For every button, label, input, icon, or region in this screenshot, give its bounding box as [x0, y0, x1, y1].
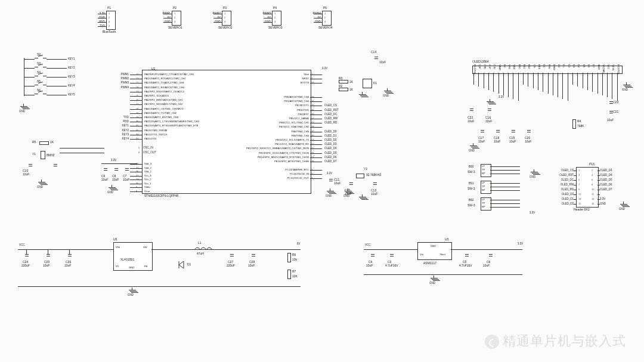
pin5: 5: [138, 146, 140, 149]
mcu-lpin10: PA10/USART1_RX/TIM1_CH3: [144, 116, 178, 119]
mcu-rpin7: PB7/I2C1_SDA/TIM4_CH2: [241, 125, 309, 128]
p13-ln6: 13: [578, 197, 581, 200]
u5-gnd: GND: [129, 266, 134, 269]
C24-val: 220uF: [21, 264, 30, 267]
l1-inductor: [194, 246, 212, 250]
mcu-rnet6: OLED_RD: [324, 121, 337, 124]
gnd-buck: GND: [128, 293, 134, 296]
mcu-lnet14: KEY3: [117, 133, 129, 136]
mcu-lpin4: PA4/SPI1_NSS/USART2_CK/ADC4: [144, 90, 184, 93]
cap-C18: [496, 130, 500, 135]
mcu-rnet5: OLED_RW: [324, 117, 338, 120]
gnd-icon: [384, 88, 391, 93]
cap-C17: [481, 130, 484, 135]
mcu-rpin14: PB14/SPI2_MISO/USART3_RTS/TIM1_CH2N: [241, 156, 309, 159]
conn-P5-name: SEVERO4: [318, 26, 333, 29]
mcu-lnet11: RXD: [117, 120, 129, 123]
cap-C7-val: 10uF: [123, 178, 129, 181]
sw-S2-ref: S2: [37, 52, 41, 56]
c15: [349, 182, 353, 187]
mcu-rnet10: OLED_D2: [324, 138, 337, 141]
k1-ref: K1: [373, 81, 377, 85]
mcu-rnet13: OLED_D5: [324, 151, 337, 154]
oled-3v3: 3.3V: [499, 95, 504, 98]
mcu-rpin15: PB15/SPI2_MOSI/TIM1_CH3N: [241, 160, 309, 163]
mcu-lpin6: PA6/SPI1_MISO/ADC6/TIM3_CH1: [144, 98, 183, 101]
mcu-lpin3: PA3/USART2_RX/ADC3/TIM2_CH4: [144, 86, 184, 89]
mcu-rnet3: OLED_RST: [324, 109, 339, 112]
c22-val: 10uF: [467, 119, 474, 123]
c14-ref: C14: [371, 50, 376, 54]
u3-part: ASM1117: [423, 261, 436, 265]
cap-C27: [230, 254, 234, 259]
cap-C26: [68, 254, 72, 259]
bs2-p0: LP: [482, 198, 485, 201]
r7-val: 10K: [292, 274, 298, 278]
watermark-text: 精通单片机与嵌入式: [503, 333, 626, 348]
cap-C8-val: 10uF: [112, 178, 119, 181]
p13-rn5: 12: [592, 193, 594, 196]
mcu-lpin8: PA8/USART1_CK/TIM1_CH1/MCO: [144, 107, 184, 110]
p13-rn4: 10: [592, 188, 594, 191]
mcu-rtc2: PC15/OSC32_OUT: [267, 177, 309, 180]
mcu-rpin10: PB10/I2C2_SCL/USART3_TX: [241, 138, 309, 141]
gnd-icon: [327, 188, 334, 193]
conn-P4-num2: 3: [274, 20, 275, 23]
p13-l0: OLED_CS: [549, 169, 574, 172]
cap-C5: [465, 254, 469, 259]
c14-val: 10uF: [379, 60, 386, 64]
conn-P3-num1: 2: [224, 16, 225, 19]
xtal-8mhz: [41, 151, 45, 159]
p13-l3: OLED_RW: [549, 183, 574, 186]
p13-r4: OLED_D7: [600, 188, 612, 191]
oled-pin5: VBAT: [499, 64, 501, 67]
net-KEY4: KEY4: [68, 84, 75, 87]
r4-ref: R4: [577, 119, 581, 123]
r6: [287, 253, 291, 262]
mcu-rpin1: PB1/ADC9/TIM3_CH4: [241, 100, 309, 103]
u5-fb: FB: [144, 265, 147, 268]
mcu-lpin0: PA0/WKUP/USART2_CTS/ADC0/TIM2_CH1: [144, 73, 194, 76]
mcu-pwr1: Vdd_2: [144, 166, 151, 169]
r4-val: 768K: [577, 124, 584, 128]
C25-val: 10uF: [43, 264, 49, 267]
r7: [287, 270, 291, 279]
gnd-reset: GND: [383, 94, 389, 97]
bs1-p1: TP: [482, 185, 485, 188]
mcu-rpin13: PB13/SPI2_SCK/USART3_CTS/TIM1_CH1N: [241, 151, 309, 154]
gnd-p13: GND: [619, 208, 625, 211]
oled-pin21: D4: [577, 64, 580, 67]
mcu-lnet15: KEY4: [117, 137, 129, 140]
oled-pin11: BS2: [528, 64, 531, 67]
p13-rn2: 6: [592, 178, 593, 181]
oled-pin22: D5: [583, 64, 586, 67]
ldo-3v3: 3.3V: [518, 242, 523, 245]
conn-P3-num2: 3: [224, 20, 225, 23]
conn-P4-num0: 1: [274, 12, 275, 15]
conn-P2: [172, 11, 181, 26]
u3-vout: Nout: [440, 253, 445, 256]
conn-P1-num1: 2: [109, 16, 110, 19]
switch-S2: [35, 57, 47, 60]
mcu-rnet15: OLED_D7: [324, 160, 337, 163]
r6-ref: R6: [292, 253, 296, 256]
u5-ref: U5: [113, 237, 117, 241]
p13-r0: OLED_D3: [600, 169, 612, 172]
c11: [329, 179, 333, 184]
conn-P5-num0: 1: [324, 12, 326, 15]
bs0-p1: TP: [482, 168, 485, 171]
p13-l5: OLED_D0: [549, 193, 574, 196]
gnd-bs: GND: [530, 175, 535, 178]
conn-P3: [222, 11, 231, 26]
mcu-lpin9: PA9/USART1_TX/TIM1_CH2: [144, 112, 177, 115]
mcu-pwr2: Vdd_1: [144, 170, 151, 173]
r5-val: 1K: [50, 140, 54, 144]
net-KEY1: KEY1: [68, 57, 75, 60]
p13-ln0: 1: [578, 169, 580, 172]
mcu-lpin12: PA12/USART1_RTS/USBDP/CANTX/TIM1_ETR: [144, 124, 199, 127]
r6-val: 10k: [292, 258, 297, 261]
cap-C19-val: 10uF: [509, 140, 516, 143]
cap-C8: [114, 168, 118, 173]
c13-val: 10uF: [371, 192, 377, 196]
oled-pin1: C2P: [478, 64, 481, 67]
